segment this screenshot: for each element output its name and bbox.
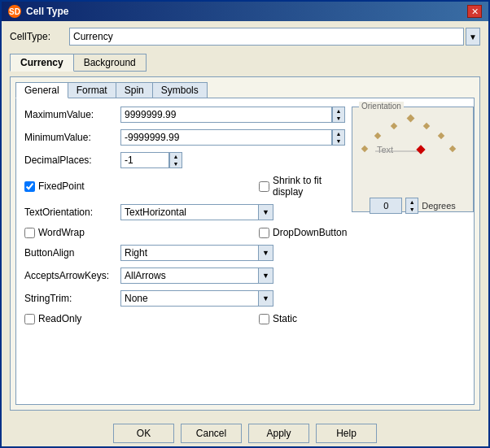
minimum-value-spinner: ▲ ▼ <box>332 129 345 146</box>
fixed-point-checkbox[interactable] <box>24 181 35 192</box>
readonly-row: ReadOnly Static <box>24 313 345 324</box>
decimal-places-down[interactable]: ▼ <box>170 160 182 167</box>
inner-tab-spin[interactable]: Spin <box>116 82 153 98</box>
dropdown-button-checkbox[interactable] <box>259 228 269 238</box>
string-trim-wrap: None Both Left Right ▼ <box>120 290 273 307</box>
svg-rect-3 <box>438 133 444 139</box>
wordwrap-row: WordWrap DropDownButton <box>24 227 345 238</box>
button-align-select[interactable]: Right Left <box>120 245 259 261</box>
inner-tab-general[interactable]: General <box>15 82 68 98</box>
svg-rect-4 <box>374 133 381 139</box>
tab-currency[interactable]: Currency <box>10 54 74 72</box>
dropdown-button-label: DropDownButton <box>273 227 347 238</box>
minimum-value-down[interactable]: ▼ <box>333 137 344 145</box>
svg-text:Text: Text <box>377 145 393 154</box>
minimum-value-input[interactable] <box>120 129 332 146</box>
help-button[interactable]: Help <box>316 424 377 443</box>
string-trim-label: StringTrim: <box>24 293 114 304</box>
close-button[interactable]: ✕ <box>467 5 482 18</box>
text-orientation-select[interactable]: TextHorizontal TextVertical Rotate <box>120 204 259 220</box>
inner-tab-content: MaximumValue: ▲ ▼ MinimumValu <box>15 98 475 405</box>
maximum-value-input[interactable] <box>120 107 332 123</box>
string-trim-row: StringTrim: None Both Left Right ▼ <box>24 290 345 307</box>
degrees-up[interactable]: ▲ <box>406 198 418 206</box>
accepts-arrow-keys-row: AcceptsArrowKeys: AllArrows None LeftRig… <box>24 267 345 284</box>
maximum-value-label: MaximumValue: <box>24 109 114 120</box>
svg-rect-9 <box>416 145 425 154</box>
text-orientation-wrap: TextHorizontal TextVertical Rotate ▼ <box>120 204 273 220</box>
maximum-value-up[interactable]: ▲ <box>333 107 344 115</box>
right-section: Orientation <box>352 107 478 396</box>
orientation-box: Orientation <box>352 107 474 212</box>
celltype-dropdown-arrow[interactable]: ▼ <box>466 28 480 46</box>
title-bar: SD Cell Type ✕ <box>2 2 488 21</box>
accepts-arrow-keys-wrap: AllArrows None LeftRight UpDown ▼ <box>120 267 273 284</box>
readonly-checkbox[interactable] <box>24 314 35 324</box>
celltype-row: CellType: Currency ▼ <box>10 28 480 46</box>
accepts-arrow-keys-select[interactable]: AllArrows None LeftRight UpDown <box>120 267 259 284</box>
accepts-arrow-keys-arrow[interactable]: ▼ <box>259 267 273 284</box>
svg-rect-2 <box>391 123 397 129</box>
minimum-value-up[interactable]: ▲ <box>333 130 344 137</box>
static-label: Static <box>273 313 297 324</box>
window-icon: SD <box>8 5 21 18</box>
bottom-button-bar: OK Cancel Apply Help <box>2 417 488 446</box>
svg-rect-6 <box>361 146 368 152</box>
apply-button[interactable]: Apply <box>248 424 309 443</box>
string-trim-arrow[interactable]: ▼ <box>259 290 273 307</box>
orientation-diagram: Text <box>352 111 475 192</box>
orientation-inner: Text ▲ <box>352 111 473 211</box>
inner-tab-format[interactable]: Format <box>68 82 116 98</box>
main-tab-bar: Currency Background <box>10 54 480 72</box>
shrink-to-fit-col: Shrink to fit display <box>259 175 345 198</box>
minimum-value-row: MinimumValue: ▲ ▼ <box>24 129 345 146</box>
content-split: MaximumValue: ▲ ▼ MinimumValu <box>24 107 466 396</box>
decimal-places-label: DecimalPlaces: <box>24 154 114 166</box>
readonly-col: ReadOnly <box>24 313 252 324</box>
decimal-places-input[interactable] <box>120 152 169 168</box>
window-body: CellType: Currency ▼ Currency Background… <box>2 21 488 417</box>
cell-type-window: SD Cell Type ✕ CellType: Currency ▼ Curr… <box>0 0 490 448</box>
svg-rect-0 <box>407 115 415 123</box>
text-orientation-row: TextOrientation: TextHorizontal TextVert… <box>24 204 345 220</box>
readonly-label: ReadOnly <box>38 313 81 324</box>
decimal-places-spinner: ▲ ▼ <box>169 152 182 168</box>
text-orientation-arrow[interactable]: ▼ <box>259 204 273 220</box>
wordwrap-checkbox[interactable] <box>24 228 35 238</box>
wordwrap-label: WordWrap <box>38 227 85 238</box>
orientation-legend: Orientation <box>359 102 404 111</box>
celltype-select-wrap: Currency ▼ <box>69 28 480 46</box>
button-align-wrap: Right Left ▼ <box>120 245 273 261</box>
button-align-arrow[interactable]: ▼ <box>259 245 273 261</box>
shrink-to-fit-checkbox[interactable] <box>259 181 269 192</box>
button-align-label: ButtonAlign <box>24 247 114 259</box>
button-align-row: ButtonAlign Right Left ▼ <box>24 245 345 261</box>
decimal-places-up[interactable]: ▲ <box>170 153 182 160</box>
title-bar-left: SD Cell Type <box>8 5 68 18</box>
string-trim-select[interactable]: None Both Left Right <box>120 290 259 307</box>
fixed-point-row: FixedPoint Shrink to fit display <box>24 175 345 198</box>
main-tab-content: General Format Spin Symbols MaximumValue… <box>10 76 480 411</box>
ok-button[interactable]: OK <box>113 424 174 443</box>
maximum-value-row: MaximumValue: ▲ ▼ <box>24 107 345 123</box>
celltype-select[interactable]: Currency <box>69 28 464 46</box>
wordwrap-col: WordWrap <box>24 227 252 238</box>
degrees-down[interactable]: ▼ <box>406 206 418 213</box>
svg-rect-1 <box>423 123 430 129</box>
decimal-places-input-wrap: ▲ ▼ <box>120 152 182 168</box>
window-title: Cell Type <box>26 6 68 17</box>
static-checkbox[interactable] <box>259 314 269 324</box>
minimum-value-label: MinimumValue: <box>24 132 114 143</box>
orientation-bottom: ▲ ▼ Degrees <box>352 194 473 217</box>
tab-background[interactable]: Background <box>73 54 147 72</box>
cancel-button[interactable]: Cancel <box>181 424 242 443</box>
dropdown-button-col: DropDownButton <box>259 227 347 238</box>
accepts-arrow-keys-label: AcceptsArrowKeys: <box>24 270 114 281</box>
inner-tab-symbols[interactable]: Symbols <box>152 82 208 98</box>
maximum-value-down[interactable]: ▼ <box>333 115 344 122</box>
degrees-input[interactable] <box>370 198 402 214</box>
inner-tab-bar: General Format Spin Symbols <box>15 82 475 98</box>
text-orientation-label: TextOrientation: <box>24 207 114 218</box>
minimum-value-input-wrap: ▲ ▼ <box>120 129 345 146</box>
shrink-to-fit-label: Shrink to fit display <box>273 175 345 198</box>
